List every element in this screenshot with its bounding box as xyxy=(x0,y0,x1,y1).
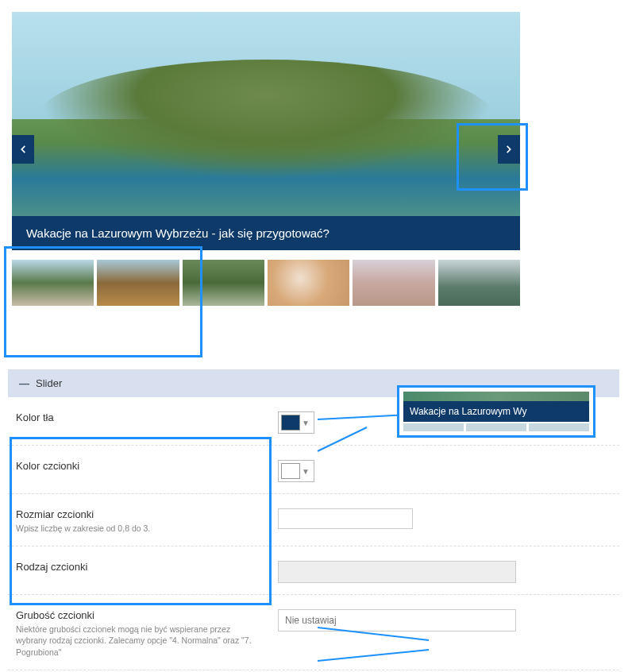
color-picker-font[interactable]: ▼ xyxy=(278,460,314,482)
preview-caption-text: Wakacje na Lazurowym Wy xyxy=(403,401,589,422)
setting-row-font-weight: Grubość czcionki Niektóre grubości czcio… xyxy=(8,595,619,670)
color-picker-bg[interactable]: ▼ xyxy=(278,411,314,434)
font-weight-select[interactable] xyxy=(278,609,516,631)
slider-preview: Wakacje na Lazurowym Wybrzeżu - jak się … xyxy=(12,12,520,306)
font-size-input[interactable] xyxy=(278,508,413,529)
slider-thumb[interactable] xyxy=(183,260,264,306)
setting-hint: Wpisz liczbę w zakresie od 0,8 do 3. xyxy=(16,523,262,535)
font-family-select[interactable] xyxy=(278,561,516,583)
setting-label: Rodzaj czcionki xyxy=(16,561,262,573)
slider-prev-button[interactable] xyxy=(12,135,34,164)
chevron-left-icon xyxy=(17,144,29,155)
setting-label: Kolor tła xyxy=(16,411,262,423)
slider-next-button[interactable] xyxy=(498,135,520,164)
dropdown-caret-icon: ▼ xyxy=(300,419,311,427)
panel-title: Slider xyxy=(36,377,62,389)
color-swatch-preview xyxy=(281,463,300,479)
slider-thumb[interactable] xyxy=(353,260,434,306)
setting-row-font-size: Rozmiar czcionki Wpisz liczbę w zakresie… xyxy=(8,494,619,546)
collapse-icon: — xyxy=(19,377,29,389)
slider-thumb[interactable] xyxy=(12,260,94,306)
slider-main-image xyxy=(12,12,520,250)
slider-caption: Wakacje na Lazurowym Wybrzeżu - jak się … xyxy=(12,216,520,250)
settings-panel: — Slider Wakacje na Lazurowym Wy xyxy=(8,369,619,672)
setting-label: Rozmiar czcionki xyxy=(16,508,262,520)
annotation-preview-caption: Wakacje na Lazurowym Wy xyxy=(397,385,595,438)
setting-row-font-color: Kolor czcionki ▼ xyxy=(8,446,619,494)
setting-label: Kolor czcionki xyxy=(16,460,262,472)
dropdown-caret-icon: ▼ xyxy=(300,467,311,476)
slider-thumb[interactable] xyxy=(97,260,179,306)
setting-hint: Niektóre grubości czcionek mogą nie być … xyxy=(16,624,262,658)
slider-thumb[interactable] xyxy=(438,260,520,306)
setting-label: Grubość czcionki xyxy=(16,609,262,621)
setting-row-font-family: Rodzaj czcionki xyxy=(8,546,619,595)
slider-thumb[interactable] xyxy=(268,260,349,306)
chevron-right-icon xyxy=(503,144,514,155)
color-swatch-preview xyxy=(281,415,300,431)
slider-thumbnails xyxy=(12,260,520,306)
